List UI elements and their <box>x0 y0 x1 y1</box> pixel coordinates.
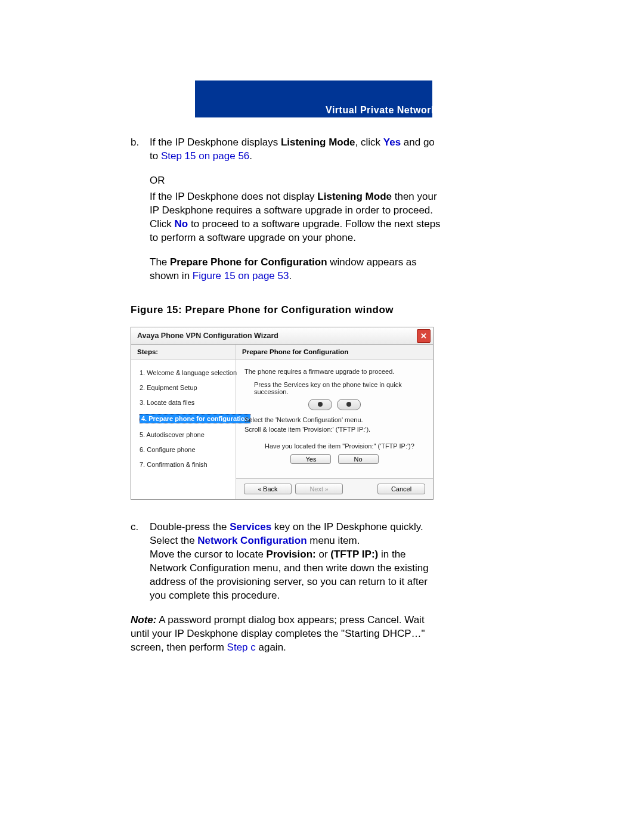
figure-caption: Figure 15: Prepare Phone for Configurati… <box>131 304 644 316</box>
services-key-icon[interactable] <box>337 399 361 410</box>
wizard-title: Avaya Phone VPN Configuration Wizard <box>137 332 278 340</box>
wizard-step: 2. Equipment Setup <box>138 383 230 392</box>
wizard-step: 5. Autodiscover phone <box>138 430 230 439</box>
step-c: c. Double-press the Services key on the … <box>131 520 441 602</box>
list-marker: b. <box>131 135 150 293</box>
services-key-text: Services <box>230 521 271 532</box>
wizard-message: Press the Services key on the phone twic… <box>254 381 425 395</box>
next-label: Next <box>309 485 323 493</box>
text: . <box>249 150 252 162</box>
bold-text: Prepare Phone for Configuration <box>170 256 327 268</box>
bold-text: Provision: <box>267 549 316 560</box>
bold-text: (TFTP IP:) <box>330 549 378 560</box>
figure-ref-link[interactable]: Figure 15 on page 53 <box>193 270 289 281</box>
text: Move the cursor to locate <box>150 549 267 560</box>
text: Double-press the <box>150 521 230 532</box>
text: , click <box>355 137 383 148</box>
wizard-message: The phone requires a firmware upgrade to… <box>244 368 425 375</box>
text: If the IP Deskphone displays <box>150 137 281 148</box>
network-config-text: Network Configuration <box>197 535 306 546</box>
text: . <box>289 270 292 281</box>
services-key-icon[interactable] <box>308 399 332 410</box>
wizard-step: 3. Locate data files <box>138 398 230 407</box>
yes-text: Yes <box>383 137 401 148</box>
wizard-message: Select the 'Network Configuration' menu. <box>244 416 425 423</box>
text: If the IP Deskphone does not display <box>150 191 317 202</box>
or-text: OR <box>150 174 441 187</box>
no-text: No <box>175 218 188 230</box>
bold-text: Listening Mode <box>317 191 392 202</box>
next-button: Next » <box>295 484 343 494</box>
cancel-button[interactable]: Cancel <box>377 484 425 494</box>
bold-text: Listening Mode <box>281 137 355 148</box>
text: menu item. <box>307 535 360 546</box>
steps-list: 1. Welcome & language selection2. Equipm… <box>131 360 236 493</box>
note-block: Note: A password prompt dialog box appea… <box>131 613 435 654</box>
wizard-window: Avaya Phone VPN Configuration Wizard ✕ S… <box>131 327 434 500</box>
note-label: Note: <box>131 614 156 625</box>
steps-header: Steps: <box>131 345 236 360</box>
wizard-step: 1. Welcome & language selection <box>138 368 230 377</box>
back-label: Back <box>263 485 277 493</box>
wizard-step: 6. Configure phone <box>138 445 230 454</box>
wizard-message: Scroll & locate item 'Provision:' ('TFTP… <box>244 426 425 433</box>
wizard-panel-header: Prepare Phone for Configuration <box>236 345 433 360</box>
step-b: b. If the IP Deskphone displays Listenin… <box>131 135 441 293</box>
list-marker: c. <box>131 520 150 602</box>
wizard-step: 7. Confirmation & finish <box>138 460 230 469</box>
note-body: again. <box>256 642 286 653</box>
no-button[interactable]: No <box>338 454 379 464</box>
text: or <box>316 549 331 560</box>
wizard-question: Have you located the item "Provision:" (… <box>265 442 425 450</box>
wizard-step: 4. Prepare phone for configuration <box>138 413 230 425</box>
text: to proceed to a software upgrade. Follow… <box>150 218 441 243</box>
section-title: Virtual Private Network <box>326 105 436 116</box>
step-ref-link[interactable]: Step c <box>227 642 256 653</box>
close-icon[interactable]: ✕ <box>417 329 431 343</box>
text: The <box>150 256 170 268</box>
back-button[interactable]: « Back <box>244 484 292 494</box>
yes-button[interactable]: Yes <box>290 454 331 464</box>
cross-ref-link[interactable]: Step 15 on page 56 <box>161 150 249 162</box>
